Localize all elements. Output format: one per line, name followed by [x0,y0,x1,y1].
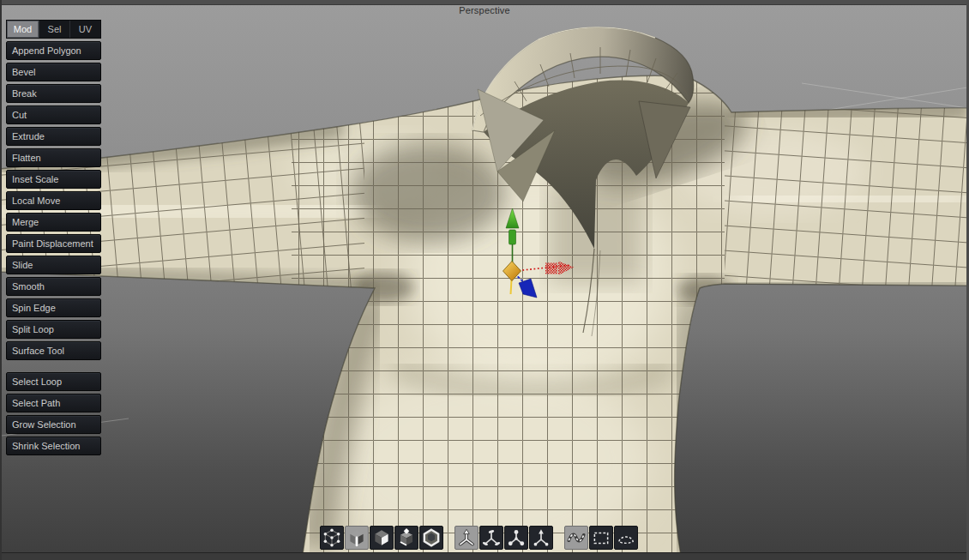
action-center-selection-button[interactable] [479,526,503,550]
tool-smooth[interactable]: Smooth [6,277,101,296]
lasso-icon [616,527,636,548]
tool-slide[interactable]: Slide [6,256,101,274]
tool-panel: Mod Sel UV Append Polygon Bevel Break Cu… [6,20,101,455]
tool-extrude[interactable]: Extrude [6,127,101,146]
hexagon-icon [421,527,442,548]
falloff-lasso-button[interactable] [614,526,638,550]
action-center-auto-button[interactable] [454,526,478,550]
edge-mode-button[interactable] [345,526,369,550]
tool-inset-scale[interactable]: Inset Scale [6,170,101,189]
tool-flatten[interactable]: Flatten [6,148,101,167]
falloff-rectangle-button[interactable] [589,526,613,550]
item-cube-icon [396,527,417,548]
edge-cube-icon [346,527,367,548]
toolbar-separator [554,538,564,539]
tool-bevel[interactable]: Bevel [6,63,101,81]
tool-break[interactable]: Break [6,84,101,103]
vertex-mode-button[interactable] [320,526,344,550]
action-center-origin-button[interactable] [529,526,553,550]
tool-select-path[interactable]: Select Path [6,394,101,412]
polygon-cube-icon [371,527,392,548]
tool-merge[interactable]: Merge [6,213,101,232]
tab-sel[interactable]: Sel [39,21,69,38]
axis-tripod-icon [456,527,477,548]
tool-select-loop[interactable]: Select Loop [6,372,101,391]
tool-surface-tool[interactable]: Surface Tool [6,341,101,360]
material-mode-button[interactable] [419,526,443,550]
axis-spheres-icon [506,527,527,548]
viewport-3d[interactable] [0,0,969,560]
modeling-tool-list: Append Polygon Bevel Break Cut Extrude F… [6,41,101,360]
falloff-curve-button[interactable] [564,526,588,550]
window-bottom-edge [0,552,969,560]
curve-falloff-icon [566,527,587,548]
window-left-edge [0,0,2,560]
tool-split-loop[interactable]: Split Loop [6,320,101,339]
vertex-cube-icon [322,527,342,548]
axis-planes-icon [481,527,502,548]
tool-paint-displacement[interactable]: Paint Displacement [6,234,101,253]
tab-mod[interactable]: Mod [7,21,39,38]
tool-cut[interactable]: Cut [6,105,101,124]
tool-append-polygon[interactable]: Append Polygon [6,41,101,60]
mode-tabs: Mod Sel UV [6,20,101,39]
polygon-mode-button[interactable] [370,526,394,550]
tool-spin-edge[interactable]: Spin Edge [6,298,101,317]
tool-local-move[interactable]: Local Move [6,191,101,210]
item-mode-button[interactable] [394,526,418,550]
action-center-element-button[interactable] [504,526,528,550]
viewport-title: Perspective [0,5,969,17]
toolbar-separator [444,538,454,539]
viewport-toolbar [320,526,639,550]
selection-tool-list: Select Loop Select Path Grow Selection S… [6,372,101,455]
rectangle-marquee-icon [591,527,611,548]
tool-grow-selection[interactable]: Grow Selection [6,415,101,434]
tool-shrink-selection[interactable]: Shrink Selection [6,437,101,455]
tab-uv[interactable]: UV [69,21,100,38]
axis-arrow-icon [531,527,551,548]
